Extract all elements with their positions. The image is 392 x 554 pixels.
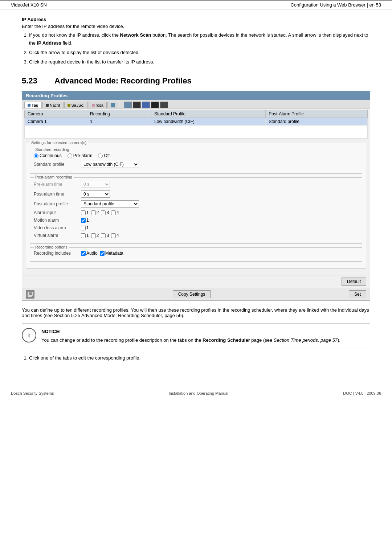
pre-alarm-time-select[interactable]: 0 s 5 s 10 s xyxy=(81,181,110,188)
notice-box: i NOTICE! You can change or add to the r… xyxy=(22,323,370,349)
alarm-input-label: Alarm input xyxy=(34,210,81,215)
profile-table: Camera Recording Standard Profile Post-A… xyxy=(24,110,368,139)
copy-settings-button[interactable]: Copy Settings xyxy=(173,290,211,298)
radio-off[interactable]: Off xyxy=(98,153,110,158)
tab-saso-dot xyxy=(68,104,70,107)
set-button[interactable]: Set xyxy=(349,290,366,298)
chapter-number: 5.23 xyxy=(22,76,44,86)
virtual-alarm-cb-2[interactable] xyxy=(91,233,96,238)
copy-icon xyxy=(26,290,34,299)
video-loss-check-1[interactable]: 1 xyxy=(81,225,89,230)
pre-alarm-time-controls: 0 s 5 s 10 s xyxy=(81,181,110,188)
video-loss-label: Video loss alarm xyxy=(34,225,81,230)
panel-header: Recording Profiles xyxy=(22,91,370,100)
recording-mode-row: Continuous Pre-alarm Off xyxy=(34,153,358,158)
tab-icon-3[interactable] xyxy=(142,102,150,108)
alarm-input-check-2[interactable]: 2 xyxy=(91,210,99,215)
standard-profile-select[interactable]: Low bandwidth (CIF) Standard profile Hig… xyxy=(81,161,139,168)
cell-post-alarm: Standard profile xyxy=(266,118,368,126)
virtual-alarm-cb-1[interactable] xyxy=(81,233,86,238)
virtual-alarm-check-2[interactable]: 2 xyxy=(91,233,99,238)
virtual-alarm-check-1[interactable]: 1 xyxy=(81,233,89,238)
tab-nacht-dot xyxy=(46,104,49,107)
tab-icon-2[interactable] xyxy=(133,102,141,108)
motion-alarm-check-1[interactable]: 1 xyxy=(81,218,89,223)
alarm-input-cb-3[interactable] xyxy=(101,210,106,215)
radio-continuous-input[interactable] xyxy=(34,153,38,158)
step-list: Click one of the tabs to edit the corres… xyxy=(29,354,370,362)
table-row[interactable]: Camera 1 1 Low bandwidth (CIF) Standard … xyxy=(25,118,368,126)
pre-alarm-time-row: Pre-alarm time 0 s 5 s 10 s xyxy=(34,181,358,188)
table-row-empty2 xyxy=(25,132,368,139)
tab-tag[interactable]: Tag xyxy=(24,102,42,108)
audio-checkbox[interactable] xyxy=(81,251,86,256)
alarm-input-label-4: 4 xyxy=(117,210,119,215)
alarm-input-check-1[interactable]: 1 xyxy=(81,210,89,215)
cell-standard: Low bandwidth (CIF) xyxy=(151,118,266,126)
virtual-alarm-cb-4[interactable] xyxy=(111,233,116,238)
virtual-alarm-label-1: 1 xyxy=(86,233,89,238)
ip-address-title: IP Address xyxy=(22,17,370,22)
post-alarm-profile-row: Post-alarm profile Standard profile Low … xyxy=(34,200,358,208)
post-alarm-time-label: Post-alarm time xyxy=(34,192,81,197)
tab-rosa-label: rosa xyxy=(96,103,103,107)
standard-profile-row: Standard profile Low bandwidth (CIF) Sta… xyxy=(34,161,358,168)
tab-nacht[interactable]: Nacht xyxy=(42,102,64,108)
default-button[interactable]: Default xyxy=(342,278,366,286)
virtual-alarm-cb-3[interactable] xyxy=(101,233,106,238)
video-loss-cb-1[interactable] xyxy=(81,226,86,230)
notice-title: NOTICE! xyxy=(41,328,340,336)
notice-content: NOTICE! You can change or add to the rec… xyxy=(41,328,340,344)
virtual-alarm-row: Virtual alarm 1 2 xyxy=(34,233,358,238)
motion-alarm-cb-1[interactable] xyxy=(81,218,86,223)
pre-alarm-time-label: Pre-alarm time xyxy=(34,182,81,187)
motion-alarm-label: Motion alarm xyxy=(34,218,81,223)
tab-icon-1[interactable] xyxy=(124,102,132,108)
radio-pre-alarm[interactable]: Pre-alarm xyxy=(68,153,93,158)
alarm-input-cb-2[interactable] xyxy=(91,210,96,215)
video-loss-row: Video loss alarm 1 xyxy=(34,225,358,230)
body-text: You can define up to ten different recor… xyxy=(22,307,370,318)
virtual-alarm-label-2: 2 xyxy=(97,233,99,238)
recording-mode-radios: Continuous Pre-alarm Off xyxy=(34,153,110,158)
col-recording: Recording xyxy=(87,110,151,118)
alarm-input-check-4[interactable]: 4 xyxy=(111,210,119,215)
metadata-label: Metadata xyxy=(105,251,123,256)
tab-nacht-label: Nacht xyxy=(50,103,60,107)
radio-off-input[interactable] xyxy=(98,153,103,158)
ip-address-section: IP Address Enter the IP address for the … xyxy=(22,17,370,66)
profile-table-wrapper: Camera Recording Standard Profile Post-A… xyxy=(22,108,370,140)
virtual-alarm-check-3[interactable]: 3 xyxy=(101,233,109,238)
ip-address-desc: Enter the IP address for the remote vide… xyxy=(22,24,370,29)
alarm-input-cb-1[interactable] xyxy=(81,210,86,215)
standard-profile-controls: Low bandwidth (CIF) Standard profile Hig… xyxy=(81,161,139,168)
step-1: Click one of the tabs to edit the corres… xyxy=(29,354,370,362)
metadata-check[interactable]: Metadata xyxy=(100,251,123,256)
settings-group-post-alarm: Post-alarm recording Pre-alarm time 0 s … xyxy=(30,177,362,244)
post-alarm-time-select[interactable]: 0 s 5 s 10 s xyxy=(81,190,110,198)
tab-rosa[interactable]: rosa xyxy=(89,102,107,108)
copy-row: Copy Settings Set xyxy=(22,288,370,300)
notice-body: You can change or add to the recording p… xyxy=(41,337,340,344)
cell-recording: 1 xyxy=(87,118,151,126)
footer-left: Bosch Security Systems xyxy=(11,391,54,395)
audio-check[interactable]: Audio xyxy=(81,251,98,256)
virtual-alarm-check-4[interactable]: 4 xyxy=(111,233,119,238)
post-alarm-profile-select[interactable]: Standard profile Low bandwidth (CIF) Hig… xyxy=(81,200,139,208)
alarm-input-check-3[interactable]: 3 xyxy=(101,210,109,215)
post-alarm-profile-label: Post-alarm profile xyxy=(34,201,81,206)
table-row-empty1 xyxy=(25,126,368,132)
alarm-input-cb-4[interactable] xyxy=(111,210,116,215)
tab-blue[interactable] xyxy=(107,102,118,108)
alarm-input-label-3: 3 xyxy=(106,210,109,215)
radio-pre-alarm-input[interactable] xyxy=(68,153,72,158)
tab-icon-5[interactable] xyxy=(160,102,168,108)
alarm-input-label-1: 1 xyxy=(86,210,89,215)
tab-icon-4[interactable] xyxy=(151,102,159,108)
metadata-checkbox[interactable] xyxy=(100,251,105,256)
notice-icon: i xyxy=(22,328,36,342)
audio-label: Audio xyxy=(86,251,98,256)
motion-alarm-checks: 1 xyxy=(81,218,89,223)
radio-continuous[interactable]: Continuous xyxy=(34,153,62,158)
tab-saso[interactable]: Sa./So. xyxy=(64,102,88,108)
